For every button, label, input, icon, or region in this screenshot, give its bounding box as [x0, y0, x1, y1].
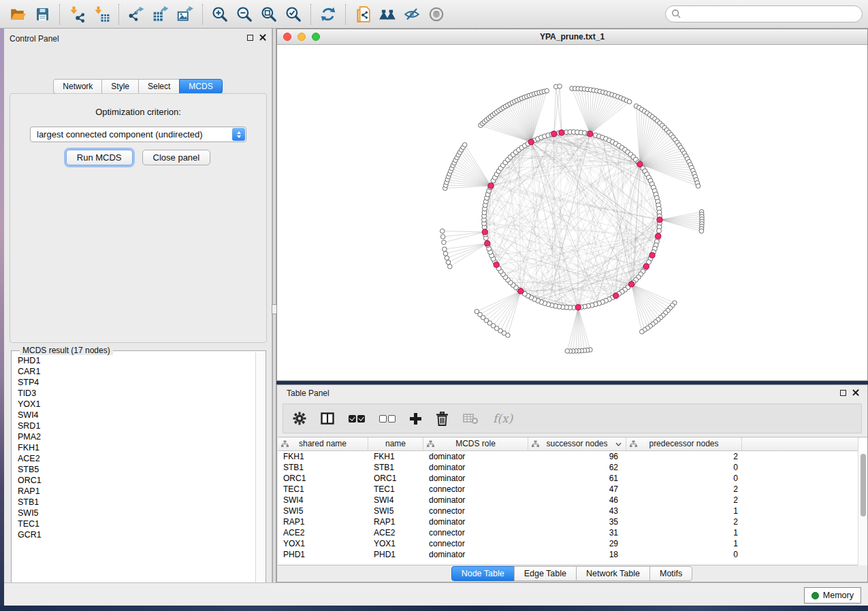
toolbar-separator	[345, 4, 346, 24]
column-header-successor-nodes[interactable]: successor nodes	[528, 437, 626, 451]
column-header-name[interactable]: name	[368, 437, 423, 451]
open-file-button[interactable]	[5, 3, 30, 26]
memory-button[interactable]: Memory	[804, 587, 861, 604]
float-table-panel-icon[interactable]	[840, 390, 846, 396]
table-cell: FKH1	[278, 451, 368, 462]
table-row[interactable]: ORC1ORC1dominator610	[278, 473, 867, 484]
table-cell	[742, 473, 858, 484]
toolbar-separator	[202, 4, 203, 24]
table-options-gear-icon[interactable]	[293, 412, 306, 425]
show-graphics-details-button[interactable]	[424, 3, 449, 26]
import-table-button[interactable]	[89, 3, 114, 26]
export-network-button[interactable]	[124, 3, 148, 26]
add-column-icon[interactable]	[410, 413, 421, 425]
eye-icon	[428, 5, 445, 23]
delete-column-trash-icon[interactable]	[436, 412, 449, 426]
table-cell: 47	[528, 484, 626, 495]
import-network-button[interactable]	[65, 3, 89, 26]
float-panel-icon[interactable]	[247, 35, 253, 41]
tab-edge-table[interactable]: Edge Table	[514, 566, 577, 581]
table-cell: 1	[626, 538, 742, 549]
maximize-window-icon[interactable]	[312, 33, 320, 41]
select-stepper-icon	[232, 128, 245, 141]
close-panel-icon[interactable]	[259, 34, 266, 41]
mcds-result-group: MCDS result (17 nodes) PHD1CAR1STP4TID3Y…	[11, 350, 266, 599]
table-row[interactable]: TEC1TEC1connector472	[278, 484, 867, 495]
share-network-document-button[interactable]	[351, 3, 375, 26]
table-cell: 1	[626, 527, 742, 538]
node-table-header: shared namenameMCDS rolesuccessor nodesp…	[278, 437, 867, 451]
table-row[interactable]: SWI5SWI5connector431	[278, 506, 867, 516]
table-cell: FKH1	[368, 451, 423, 462]
mcds-result-list: PHD1CAR1STP4TID3YOX1SWI4SRD1PMA2FKH1ACE2…	[12, 355, 256, 595]
network-window-titlebar[interactable]: YPA_prune.txt_1	[277, 29, 867, 45]
table-row[interactable]: SWI4SWI4dominator462	[278, 495, 867, 506]
unselect-all-columns-icon[interactable]	[379, 415, 396, 423]
run-mcds-button[interactable]: Run MCDS	[66, 150, 133, 165]
toolbar-separator	[310, 4, 311, 24]
tab-network[interactable]: Network	[53, 79, 102, 94]
search-overview-button[interactable]	[375, 3, 400, 26]
tab-style[interactable]: Style	[101, 79, 139, 94]
table-scrollbar-thumb[interactable]	[861, 454, 866, 516]
table-cell: dominator	[423, 451, 528, 462]
select-all-columns-icon[interactable]	[349, 415, 365, 423]
table-cell	[742, 495, 858, 506]
table-row[interactable]: ACE2ACE2connector311	[278, 527, 867, 538]
hide-graphics-details-button[interactable]	[400, 3, 424, 26]
table-row[interactable]: PHD1PHD1dominator180	[278, 549, 867, 560]
mcds-list-scrollbar[interactable]	[255, 352, 264, 597]
export-table-button[interactable]	[148, 3, 173, 26]
network-canvas[interactable]	[277, 45, 867, 380]
tab-node-table[interactable]: Node Table	[451, 566, 515, 581]
tab-mcds[interactable]: MCDS	[179, 79, 222, 94]
zoom-out-button[interactable]	[232, 3, 257, 26]
save-session-button[interactable]	[30, 3, 54, 26]
network-window-title: YPA_prune.txt_1	[277, 29, 867, 44]
zoom-out-icon	[236, 5, 253, 23]
zoom-selected-icon	[285, 5, 302, 23]
desktop-wallpaper-bottom	[0, 606, 868, 611]
close-window-icon[interactable]	[283, 33, 291, 41]
table-row[interactable]: FKH1FKH1dominator962	[278, 451, 867, 462]
table-cell	[742, 451, 858, 462]
table-cell: 1	[626, 506, 742, 516]
column-header-predecessor-nodes[interactable]: predecessor nodes	[626, 437, 742, 451]
table-cell: dominator	[423, 495, 528, 506]
minimize-window-icon[interactable]	[298, 33, 306, 41]
close-table-panel-icon[interactable]	[852, 389, 859, 396]
optimization-criterion-label: Optimization criterion:	[10, 107, 266, 117]
refresh-button[interactable]	[316, 3, 340, 26]
criterion-select[interactable]: largest connected component (undirected)	[30, 127, 246, 142]
table-type-tabs: Node TableEdge TableNetwork TableMotifs	[277, 566, 867, 581]
save-icon	[34, 6, 50, 22]
delete-table-icon[interactable]	[463, 412, 479, 425]
table-cell: connector	[423, 538, 528, 549]
zoom-in-button[interactable]	[208, 3, 232, 26]
zoom-fit-button[interactable]	[257, 3, 281, 26]
table-cell	[742, 527, 858, 538]
column-header-shared-name[interactable]: shared name	[278, 437, 368, 451]
table-row[interactable]: YOX1YOX1connector291	[278, 538, 867, 549]
table-cell: ORC1	[278, 473, 368, 484]
table-row[interactable]: RAP1RAP1dominator352	[278, 516, 867, 527]
close-panel-button[interactable]: Close panel	[142, 150, 211, 165]
table-cell: dominator	[423, 462, 528, 473]
network-search-box[interactable]	[665, 5, 863, 22]
tab-network-table[interactable]: Network Table	[576, 566, 650, 581]
tab-motifs[interactable]: Motifs	[649, 566, 692, 581]
criterion-selected-value: largest connected component (undirected)	[31, 129, 232, 139]
table-row[interactable]: STB1STB1dominator620	[278, 462, 867, 473]
zoom-selected-button[interactable]	[281, 3, 306, 26]
search-icon	[671, 9, 681, 19]
toolbar-separator	[118, 4, 119, 24]
search-input[interactable]	[685, 10, 856, 19]
network-graph[interactable]	[277, 45, 867, 380]
table-cell: dominator	[423, 516, 528, 527]
function-builder-icon[interactable]: f(x)	[493, 412, 513, 425]
export-image-button[interactable]	[173, 3, 197, 26]
column-header-MCDS-role[interactable]: MCDS role	[423, 437, 528, 451]
tab-select[interactable]: Select	[138, 79, 180, 94]
show-column-panel-icon[interactable]	[321, 412, 334, 425]
table-scrollbar[interactable]	[858, 451, 867, 565]
